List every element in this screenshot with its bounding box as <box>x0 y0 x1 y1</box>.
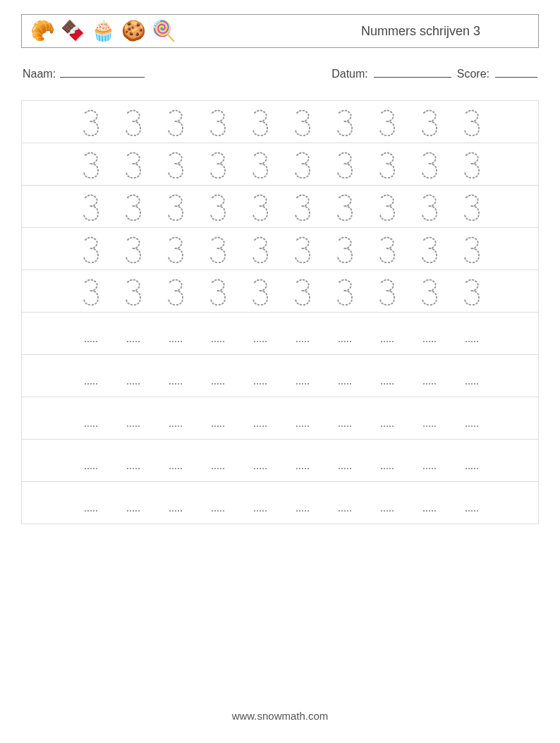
practice-baseline[interactable] <box>127 425 140 427</box>
date-blank[interactable] <box>374 68 451 78</box>
trace-digit-3[interactable] <box>293 108 312 136</box>
practice-baseline[interactable] <box>169 510 182 512</box>
trace-digit-3[interactable] <box>293 277 312 306</box>
trace-digit-3[interactable] <box>208 108 228 136</box>
trace-digit-3[interactable] <box>250 235 270 263</box>
trace-digit-3[interactable] <box>462 235 482 263</box>
trace-digit-3[interactable] <box>123 235 143 263</box>
practice-baseline[interactable] <box>423 383 436 385</box>
trace-digit-3[interactable] <box>377 235 397 263</box>
trace-digit-3[interactable] <box>420 150 439 179</box>
practice-baseline[interactable] <box>339 468 351 469</box>
practice-baseline[interactable] <box>212 341 224 342</box>
practice-baseline[interactable] <box>169 383 182 385</box>
practice-baseline[interactable] <box>465 510 478 512</box>
practice-baseline[interactable] <box>381 425 394 427</box>
trace-digit-3[interactable] <box>462 108 482 136</box>
practice-baseline[interactable] <box>127 383 140 385</box>
practice-baseline[interactable] <box>296 510 309 512</box>
practice-baseline[interactable] <box>127 510 140 512</box>
trace-digit-3[interactable] <box>420 277 439 306</box>
practice-baseline[interactable] <box>339 341 351 342</box>
score-blank[interactable] <box>495 68 537 78</box>
trace-digit-3[interactable] <box>250 108 270 136</box>
trace-digit-3[interactable] <box>377 277 397 306</box>
practice-baseline[interactable] <box>465 341 478 342</box>
trace-digit-3[interactable] <box>123 277 143 306</box>
trace-digit-3[interactable] <box>166 277 185 306</box>
trace-digit-3[interactable] <box>81 150 101 179</box>
practice-baseline[interactable] <box>85 425 97 427</box>
trace-digit-3[interactable] <box>462 277 482 306</box>
practice-baseline[interactable] <box>254 468 267 469</box>
practice-baseline[interactable] <box>423 341 436 342</box>
trace-digit-3[interactable] <box>462 150 482 179</box>
practice-baseline[interactable] <box>381 468 394 469</box>
trace-digit-3[interactable] <box>335 277 355 306</box>
practice-baseline[interactable] <box>127 468 140 469</box>
practice-baseline[interactable] <box>212 383 224 385</box>
practice-baseline[interactable] <box>296 383 309 385</box>
trace-digit-3[interactable] <box>208 150 228 179</box>
practice-baseline[interactable] <box>212 468 224 469</box>
trace-digit-3[interactable] <box>250 277 270 306</box>
trace-digit-3[interactable] <box>208 193 228 221</box>
trace-digit-3[interactable] <box>335 150 355 179</box>
practice-baseline[interactable] <box>169 425 182 427</box>
trace-digit-3[interactable] <box>166 235 185 263</box>
trace-digit-3[interactable] <box>123 108 143 136</box>
practice-baseline[interactable] <box>465 383 478 385</box>
practice-baseline[interactable] <box>254 510 267 512</box>
practice-baseline[interactable] <box>339 510 351 512</box>
trace-digit-3[interactable] <box>335 193 355 221</box>
practice-baseline[interactable] <box>212 425 224 427</box>
trace-digit-3[interactable] <box>420 108 439 136</box>
trace-digit-3[interactable] <box>166 108 185 136</box>
practice-baseline[interactable] <box>423 510 436 512</box>
practice-baseline[interactable] <box>169 468 182 469</box>
practice-baseline[interactable] <box>254 341 267 342</box>
practice-baseline[interactable] <box>169 341 182 342</box>
trace-digit-3[interactable] <box>250 150 270 179</box>
trace-digit-3[interactable] <box>208 277 228 306</box>
trace-digit-3[interactable] <box>293 235 312 263</box>
practice-baseline[interactable] <box>339 425 351 427</box>
practice-baseline[interactable] <box>212 510 224 512</box>
practice-baseline[interactable] <box>465 425 478 427</box>
practice-baseline[interactable] <box>85 468 97 469</box>
trace-digit-3[interactable] <box>123 193 143 221</box>
trace-digit-3[interactable] <box>81 277 101 306</box>
trace-digit-3[interactable] <box>166 193 185 221</box>
trace-digit-3[interactable] <box>420 193 439 221</box>
name-blank[interactable] <box>60 68 145 78</box>
trace-digit-3[interactable] <box>208 235 228 263</box>
practice-baseline[interactable] <box>423 468 436 469</box>
practice-baseline[interactable] <box>254 425 267 427</box>
trace-digit-3[interactable] <box>81 193 101 221</box>
practice-baseline[interactable] <box>296 341 309 342</box>
practice-baseline[interactable] <box>339 383 351 385</box>
trace-digit-3[interactable] <box>81 235 101 263</box>
practice-baseline[interactable] <box>254 383 267 385</box>
trace-digit-3[interactable] <box>462 193 482 221</box>
practice-baseline[interactable] <box>465 468 478 469</box>
trace-digit-3[interactable] <box>335 235 355 263</box>
practice-baseline[interactable] <box>381 510 394 512</box>
trace-digit-3[interactable] <box>293 193 312 221</box>
practice-baseline[interactable] <box>381 341 394 342</box>
trace-digit-3[interactable] <box>335 108 355 136</box>
trace-digit-3[interactable] <box>250 193 270 221</box>
practice-baseline[interactable] <box>296 468 309 469</box>
practice-baseline[interactable] <box>296 425 309 427</box>
practice-baseline[interactable] <box>423 425 436 427</box>
trace-digit-3[interactable] <box>420 235 439 263</box>
trace-digit-3[interactable] <box>377 150 397 179</box>
trace-digit-3[interactable] <box>166 150 185 179</box>
practice-baseline[interactable] <box>85 383 97 385</box>
trace-digit-3[interactable] <box>123 150 143 179</box>
practice-baseline[interactable] <box>127 341 140 342</box>
trace-digit-3[interactable] <box>293 150 312 179</box>
practice-baseline[interactable] <box>85 341 97 342</box>
practice-baseline[interactable] <box>85 510 97 512</box>
trace-digit-3[interactable] <box>377 193 397 221</box>
